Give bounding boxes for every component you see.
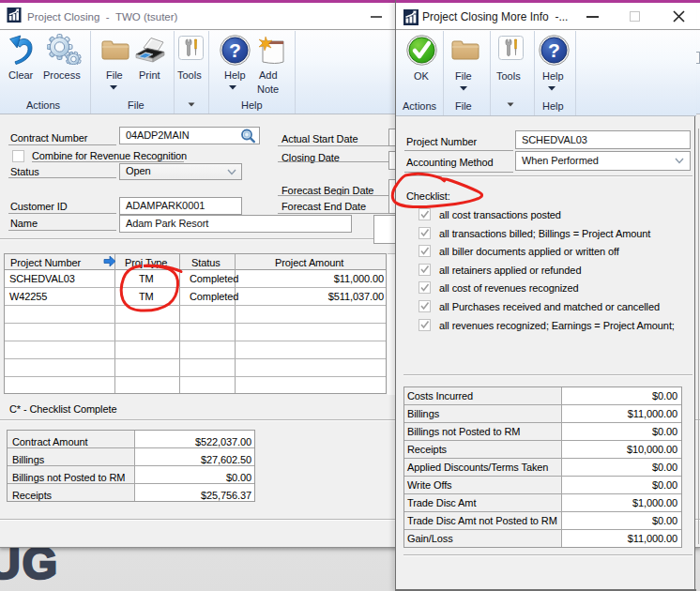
- svg-text:?: ?: [548, 39, 560, 61]
- svg-text:?: ?: [229, 39, 241, 61]
